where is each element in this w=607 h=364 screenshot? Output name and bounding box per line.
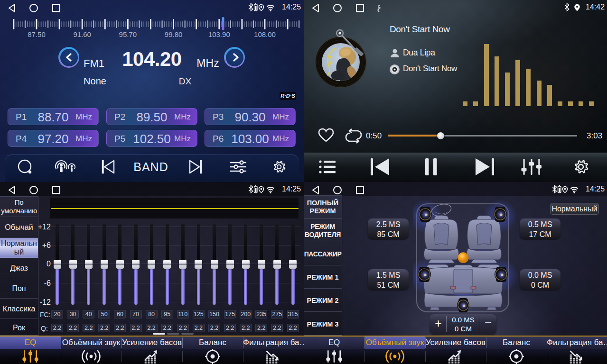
svg-text:BAND: BAND: [133, 160, 168, 173]
